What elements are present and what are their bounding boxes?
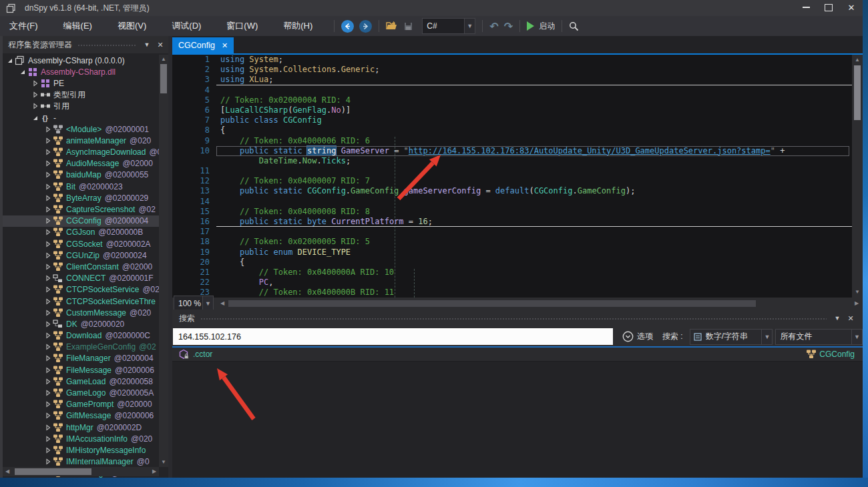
collapsed-arrow-icon[interactable]	[43, 264, 52, 270]
collapsed-arrow-icon[interactable]	[31, 80, 39, 87]
tree-item-assembly-csharp-0-0-0-0-[interactable]: Assembly-CSharp (0.0.0.0)	[3, 55, 159, 66]
code-line-3[interactable]: 3using XLua;	[172, 75, 852, 85]
menu-item-5[interactable]: 帮助(H)	[275, 17, 320, 35]
code-line-18[interactable]: 18 // Token: 0x02000005 RID: 5	[172, 237, 852, 247]
search-scope-select[interactable]: 所有文件 ▼	[775, 329, 863, 345]
language-select[interactable]: C# ▼	[422, 18, 475, 34]
tree-item-cgsocket[interactable]: CGSocket@0200002A	[3, 238, 159, 250]
tree-item-connect[interactable]: CONNECT@0200001F	[3, 273, 159, 284]
scroll-down-icon[interactable]: ▼	[852, 289, 863, 296]
tree-item-ctcpsocketservice[interactable]: CTCPSocketService@02	[3, 284, 159, 296]
code-line-9[interactable]: 9 // Token: 0x04000006 RID: 6	[172, 136, 852, 146]
scrollbar-thumb[interactable]	[228, 300, 756, 307]
navigate-back-button[interactable]	[341, 20, 354, 33]
panel-close-icon[interactable]: ✕	[155, 39, 166, 50]
tree-item-asyncimagedownload[interactable]: AsyncImageDownload@0200	[3, 147, 159, 158]
tree-item-imaccusationinfo[interactable]: IMAccusationInfo@020	[3, 433, 159, 444]
url-link[interactable]: http://164.155.102.176:83/AutoUpdate_Uni…	[409, 146, 771, 155]
tree-item-animatemanager[interactable]: animateManager@020	[3, 135, 159, 146]
code-line-1[interactable]: 1using System;	[172, 55, 852, 65]
tree-item-capturescreenshot[interactable]: CaptureScreenshot@02	[3, 203, 159, 215]
tab-cgconfig[interactable]: CGConfig ✕	[172, 37, 234, 53]
tree-item-httpmgr[interactable]: httpMgr@0200002D	[3, 422, 159, 433]
collapsed-arrow-icon[interactable]	[43, 401, 52, 408]
minimize-button[interactable]	[795, 0, 817, 15]
collapsed-arrow-icon[interactable]	[43, 195, 52, 201]
code-line-20[interactable]: 20 {	[172, 258, 852, 268]
search-input[interactable]	[173, 328, 613, 345]
tree-horizontal-scrollbar[interactable]: ◀ ▶	[3, 467, 159, 476]
code-line-2[interactable]: 2using System.Collections.Generic;	[172, 65, 852, 75]
editor-horizontal-scrollbar[interactable]: ◀ ▶	[218, 299, 861, 308]
code-line-7[interactable]: 7public class CGConfig	[172, 115, 852, 125]
collapsed-arrow-icon[interactable]	[43, 241, 52, 248]
collapsed-arrow-icon[interactable]	[43, 171, 52, 178]
tree-item--[interactable]: {}-	[3, 112, 159, 123]
panel-close-icon[interactable]: ✕	[845, 313, 856, 324]
redo-button[interactable]: ↷	[504, 20, 513, 33]
collapsed-arrow-icon[interactable]	[43, 137, 52, 144]
code-line-5[interactable]: 5// Token: 0x02000004 RID: 4	[172, 95, 852, 105]
code-line-23[interactable]: 23 // Token: 0x0400000B RID: 11	[172, 288, 852, 298]
code-line-4[interactable]: 4	[172, 85, 852, 95]
code-line-12[interactable]: 12 // Token: 0x04000007 RID: 7	[172, 176, 852, 186]
collapsed-arrow-icon[interactable]	[43, 217, 52, 224]
collapsed-arrow-icon[interactable]	[43, 367, 52, 374]
code-line-22[interactable]: 22 PC,	[172, 278, 852, 288]
collapsed-arrow-icon[interactable]	[43, 252, 52, 259]
expanded-arrow-icon[interactable]	[18, 69, 27, 75]
tree-item-examplegenconfig[interactable]: ExampleGenConfig@02	[3, 342, 159, 353]
scroll-right-icon[interactable]: ▶	[853, 299, 860, 308]
start-debug-button[interactable]: 启动	[527, 21, 555, 32]
undo-button[interactable]: ↶	[489, 20, 498, 33]
menu-item-0[interactable]: 文件(F)	[1, 17, 46, 35]
collapsed-arrow-icon[interactable]	[43, 424, 52, 431]
tree-item-audiomessage[interactable]: AudioMessage@02000	[3, 158, 159, 169]
scroll-up-icon[interactable]: ▲	[852, 57, 863, 63]
code-line-14[interactable]: 14	[172, 197, 852, 207]
collapsed-arrow-icon[interactable]	[43, 275, 52, 282]
panel-menu-chevron-icon[interactable]: ▼	[142, 39, 152, 50]
editor-vertical-scrollbar[interactable]: ▲ ▼	[852, 55, 863, 298]
tree-item-iminternalmanager[interactable]: IMInternalManager@0	[3, 456, 159, 468]
tree-item-imhistorymessageinfo[interactable]: IMHistoryMessageInfo	[3, 444, 159, 456]
search-result-row[interactable]: .cctor CGConfig	[172, 348, 863, 362]
tree-item-baidumap[interactable]: baiduMap@02000055	[3, 169, 159, 181]
collapsed-arrow-icon[interactable]	[31, 91, 39, 98]
tree-item-dk[interactable]: DK@02000020	[3, 318, 159, 330]
scroll-left-icon[interactable]: ◀	[219, 299, 226, 308]
options-button[interactable]: 选项	[622, 331, 653, 342]
open-file-button[interactable]	[386, 21, 398, 31]
code-line-16[interactable]: 16 public static byte CurrentPlatform = …	[172, 217, 852, 227]
save-all-button[interactable]	[403, 21, 414, 31]
collapsed-arrow-icon[interactable]	[43, 183, 52, 190]
collapsed-arrow-icon[interactable]	[43, 229, 52, 235]
scroll-down-icon[interactable]: ▼	[159, 459, 168, 466]
tree-item-pe[interactable]: PE	[3, 77, 159, 89]
expanded-arrow-icon[interactable]	[31, 115, 39, 121]
collapsed-arrow-icon[interactable]	[43, 149, 52, 155]
search-assemblies-button[interactable]	[569, 21, 579, 31]
collapsed-arrow-icon[interactable]	[43, 126, 52, 133]
code-line-8[interactable]: 8{	[172, 125, 852, 135]
tree-item-assembly-csharp-dll[interactable]: Assembly-CSharp.dll	[3, 66, 159, 77]
tree-item-filemessage[interactable]: FileMessage@0200006	[3, 364, 159, 376]
menu-item-2[interactable]: 视图(V)	[110, 17, 154, 35]
collapsed-arrow-icon[interactable]	[43, 206, 52, 213]
tree-item-cgconfig[interactable]: CGConfig@02000004	[3, 215, 159, 227]
tree-item-gameprompt[interactable]: GamePrompt@020000	[3, 399, 159, 410]
scrollbar-thumb[interactable]	[15, 468, 91, 475]
tree-item-cgunzip[interactable]: CGUnZip@02000024	[3, 250, 159, 261]
code-line-15[interactable]: 15 // Token: 0x04000008 RID: 8	[172, 207, 852, 217]
code-line-10[interactable]: 10 public static string GameServer = "ht…	[172, 146, 852, 156]
collapsed-arrow-icon[interactable]	[43, 286, 52, 293]
search-type-select[interactable]: 数字/字符串 ▼	[690, 329, 773, 345]
scroll-left-icon[interactable]: ◀	[4, 467, 11, 476]
tree-vertical-scrollbar[interactable]: ▲ ▼	[159, 55, 168, 467]
code-editor[interactable]: 1using System;2using System.Collections.…	[172, 55, 852, 298]
tree-item-download[interactable]: Download@0200000C	[3, 330, 159, 342]
collapsed-arrow-icon[interactable]	[43, 412, 52, 419]
code-line-11[interactable]: 11	[172, 166, 852, 176]
expanded-arrow-icon[interactable]	[5, 57, 14, 64]
collapsed-arrow-icon[interactable]	[43, 378, 52, 385]
